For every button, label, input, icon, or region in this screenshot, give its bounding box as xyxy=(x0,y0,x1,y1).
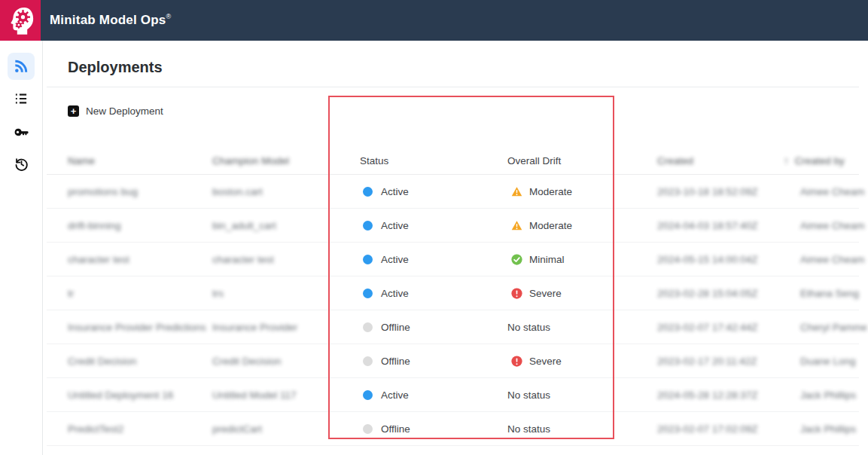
cell-status: Active xyxy=(360,220,507,231)
column-header-name[interactable]: Name xyxy=(68,155,212,166)
cell-created: 2024-05-15 14:00:04Z xyxy=(657,254,784,265)
table-row[interactable]: promotions bug boston.cart Active Modera… xyxy=(47,175,859,209)
cell-created: 2023-02-07 17:02:09Z xyxy=(657,423,784,435)
drift-icon xyxy=(511,220,522,231)
cell-created: 2023-02-07 17:42:44Z xyxy=(657,322,784,333)
key-icon xyxy=(14,124,29,139)
cell-created-by: Aimee Cheam xyxy=(784,254,866,265)
table-row[interactable]: Insurance Provider Predictions Insurance… xyxy=(47,310,859,344)
status-dot-icon xyxy=(363,289,373,298)
cell-created: 2024-05-28 12:28:37Z xyxy=(657,389,784,401)
cell-status: Active xyxy=(360,186,507,197)
cell-overall-drift: No status xyxy=(507,389,657,401)
alert-circle-icon xyxy=(511,288,522,299)
cell-champion-model: Credit Decision xyxy=(212,356,360,367)
column-header-created[interactable]: Created xyxy=(657,155,784,166)
status-dot-icon xyxy=(363,255,373,264)
drift-icon xyxy=(511,356,522,367)
cell-name: PredictTest2 xyxy=(68,423,212,435)
cell-created: 2023-02-28 15:04:05Z xyxy=(657,288,784,299)
sidebar-item-history[interactable] xyxy=(8,150,35,177)
app-title: Minitab Model Ops® xyxy=(50,13,171,28)
table-header-row: Name Champion Model Status Overall Drift… xyxy=(47,147,859,175)
table-row[interactable]: drift-binning bin_adult_cart Active Mode… xyxy=(47,209,859,243)
cell-champion-model: trs xyxy=(212,288,360,299)
status-dot-icon xyxy=(363,187,373,197)
alert-circle-icon xyxy=(511,356,522,367)
cell-created-by: Jack Phillips xyxy=(784,389,866,401)
status-dot-icon xyxy=(363,322,373,332)
cell-overall-drift: Moderate xyxy=(507,186,657,197)
table-row[interactable]: tr trs Active Severe 2023-02-28 15:04:05… xyxy=(47,276,859,310)
table-row[interactable]: PredictTest2 predictCart Offline No stat… xyxy=(47,412,859,446)
column-header-overall-drift[interactable]: Overall Drift xyxy=(507,155,657,166)
new-deployment-button[interactable]: + New Deployment xyxy=(68,101,163,121)
cell-overall-drift: No status xyxy=(507,322,657,333)
cell-created-by: Cheryl Pammer xyxy=(784,322,866,333)
plus-icon: + xyxy=(68,105,79,117)
cell-name: tr xyxy=(68,288,212,299)
sidebar xyxy=(0,41,43,455)
head-gear-logo-icon xyxy=(5,5,36,36)
cell-champion-model: bin_adult_cart xyxy=(212,220,360,231)
cell-overall-drift: Moderate xyxy=(507,220,657,231)
title-divider xyxy=(47,87,859,87)
status-dot-icon xyxy=(363,221,373,231)
warning-triangle-icon xyxy=(511,220,522,231)
drift-icon xyxy=(511,186,522,197)
sidebar-item-api-keys[interactable] xyxy=(8,118,35,145)
table-row[interactable]: character test character test Active Min… xyxy=(47,243,859,276)
status-dot-icon xyxy=(363,356,373,366)
drift-icon xyxy=(511,288,522,299)
deployments-table: Name Champion Model Status Overall Drift… xyxy=(47,147,859,446)
cell-name: Untitled Deployment 16 xyxy=(68,389,212,401)
cell-champion-model: character test xyxy=(212,254,360,265)
cell-champion-model: Insurance Provider xyxy=(212,322,360,333)
history-icon xyxy=(14,156,29,172)
sort-ascending-icon: ↑ xyxy=(784,155,789,166)
list-icon xyxy=(14,91,29,106)
cell-created-by: Aimee Cheam xyxy=(784,220,866,231)
table-body: promotions bug boston.cart Active Modera… xyxy=(47,175,859,446)
cell-created: 2024-04-03 18:57:40Z xyxy=(657,220,784,231)
cell-created-by: Aimee Cheam xyxy=(784,186,866,197)
column-header-champion-model[interactable]: Champion Model xyxy=(212,155,360,166)
cell-overall-drift: Severe xyxy=(507,288,657,299)
check-circle-icon xyxy=(511,254,522,265)
cell-created-by: Ethana Seng xyxy=(784,288,866,299)
cell-overall-drift: Minimal xyxy=(507,254,657,265)
cell-overall-drift: No status xyxy=(507,423,657,435)
sidebar-item-models-list[interactable] xyxy=(8,85,35,112)
main-content: Deployments + New Deployment Name Champi… xyxy=(43,41,868,455)
column-header-status[interactable]: Status xyxy=(360,155,507,166)
cell-name: Insurance Provider Predictions xyxy=(68,322,212,333)
minitab-logo[interactable] xyxy=(0,0,41,41)
registered-trademark: ® xyxy=(166,13,172,20)
cell-status: Active xyxy=(360,389,507,401)
cell-overall-drift: Severe xyxy=(507,356,657,367)
cell-champion-model: Untitled Model 117 xyxy=(212,389,360,401)
cell-created: 2023-10-18 18:52:09Z xyxy=(657,186,784,197)
cell-name: Credit Decision xyxy=(68,356,212,367)
column-header-created-by[interactable]: ↑Created by xyxy=(784,155,866,166)
status-dot-icon xyxy=(363,424,373,434)
status-dot-icon xyxy=(363,390,373,400)
page-title: Deployments xyxy=(68,59,163,76)
table-row[interactable]: Credit Decision Credit Decision Offline … xyxy=(47,344,859,378)
table-row[interactable]: Untitled Deployment 16 Untitled Model 11… xyxy=(47,378,859,412)
cell-name: character test xyxy=(68,254,212,265)
app-header: Minitab Model Ops® xyxy=(0,0,868,41)
cell-status: Offline xyxy=(360,322,507,333)
cell-created-by: Duane Long xyxy=(784,356,866,367)
cell-status: Offline xyxy=(360,356,507,367)
sidebar-item-deployments[interactable] xyxy=(8,53,35,80)
cell-status: Active xyxy=(360,254,507,265)
new-deployment-label: New Deployment xyxy=(86,105,163,117)
cell-name: drift-binning xyxy=(68,220,212,231)
rss-icon xyxy=(14,59,29,74)
warning-triangle-icon xyxy=(511,186,522,197)
cell-champion-model: predictCart xyxy=(212,423,360,435)
cell-status: Active xyxy=(360,288,507,299)
cell-created: 2023-02-17 20:11:42Z xyxy=(657,356,784,367)
cell-status: Offline xyxy=(360,423,507,435)
